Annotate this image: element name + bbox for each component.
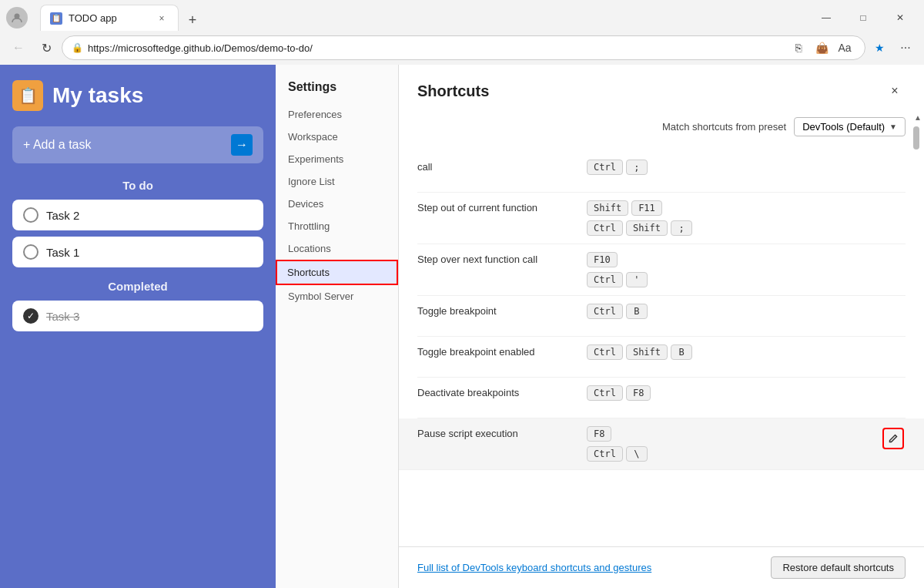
- sidebar-item-symbol-server[interactable]: Symbol Server: [276, 285, 398, 307]
- browser-chrome: 📋 TODO app × + — □ ✕ ← ↻ 🔒 https://micro…: [0, 0, 924, 65]
- todo-app-title: My tasks: [52, 83, 143, 108]
- key-backslash: \: [626, 446, 648, 462]
- key-group: Ctrl ;: [587, 160, 865, 175]
- key-f8: F8: [626, 385, 651, 401]
- list-item[interactable]: ✓ Task 3: [12, 301, 263, 331]
- back-button[interactable]: ←: [6, 35, 31, 60]
- task-checkbox-completed[interactable]: ✓: [23, 308, 38, 324]
- chevron-down-icon: ▼: [889, 123, 897, 131]
- task-name: Task 2: [46, 209, 79, 222]
- key-shift: Shift: [626, 220, 668, 236]
- tab-bar: 📋 TODO app × +: [34, 5, 209, 31]
- add-task-button[interactable]: + Add a task →: [12, 126, 263, 163]
- sidebar-item-devices[interactable]: Devices: [276, 193, 398, 215]
- minimize-button[interactable]: —: [808, 6, 844, 29]
- task-name: Task 3: [46, 310, 79, 323]
- key-ctrl: Ctrl: [587, 446, 623, 462]
- task-checkbox[interactable]: [23, 207, 38, 223]
- scrollbar-thumb[interactable]: [913, 126, 919, 150]
- scroll-up-button[interactable]: ▲: [912, 111, 924, 123]
- key-group: Ctrl \: [587, 446, 865, 462]
- close-button[interactable]: ✕: [882, 6, 918, 29]
- sidebar-item-locations[interactable]: Locations: [276, 237, 398, 260]
- shortcut-action: [881, 385, 906, 410]
- settings-title: Settings: [276, 74, 398, 103]
- settings-panel: Settings Preferences Workspace Experimen…: [276, 65, 399, 588]
- window-controls: — □ ✕: [808, 6, 918, 29]
- shortcut-keys: Ctrl B: [587, 304, 865, 319]
- tab-title: TODO app: [69, 12, 149, 24]
- shortcut-action: [881, 252, 906, 277]
- key-group: Ctrl Shift ;: [587, 220, 865, 236]
- key-shift: Shift: [626, 344, 668, 360]
- favorite-button[interactable]: ★: [869, 37, 890, 59]
- refresh-button[interactable]: ↻: [34, 35, 59, 60]
- devtools-shortcuts-link[interactable]: Full list of DevTools keyboard shortcuts…: [417, 562, 651, 573]
- key-group: Ctrl F8: [587, 385, 865, 401]
- url-bar[interactable]: 🔒 https://microsoftedge.github.io/Demos/…: [62, 35, 865, 60]
- shortcut-keys: Ctrl F8: [587, 385, 865, 401]
- active-tab[interactable]: 📋 TODO app ×: [40, 5, 179, 31]
- sidebar-item-ignore-list[interactable]: Ignore List: [276, 170, 398, 193]
- restore-defaults-button[interactable]: Restore default shortcuts: [771, 556, 906, 579]
- todo-app-icon: 📋: [12, 80, 43, 111]
- shortcut-keys: F8 Ctrl \: [587, 426, 865, 462]
- preset-value: DevTools (Default): [802, 121, 885, 133]
- shortcut-edit-action[interactable]: [881, 426, 906, 451]
- todo-sidebar: 📋 My tasks + Add a task → To do Task 2 T…: [0, 65, 276, 588]
- security-icon: 🔒: [72, 42, 83, 53]
- shortcuts-header: Shortcuts ×: [417, 80, 906, 102]
- shortcut-keys: F10 Ctrl ': [587, 252, 865, 287]
- shortcuts-panel: Shortcuts × Match shortcuts from preset …: [399, 65, 924, 588]
- key-ctrl: Ctrl: [587, 220, 623, 236]
- key-b: B: [671, 344, 692, 360]
- task-checkbox[interactable]: [23, 244, 38, 260]
- todo-section-label: To do: [12, 179, 263, 192]
- maximize-button[interactable]: □: [845, 6, 881, 29]
- close-panel-button[interactable]: ×: [884, 80, 906, 102]
- list-item[interactable]: Task 1: [12, 237, 263, 267]
- shortcut-row-step-over: Step over next function call F10 Ctrl ': [417, 244, 906, 296]
- list-item[interactable]: Task 2: [12, 200, 263, 230]
- shortcut-row-step-out: Step out of current function Shift F11 C…: [417, 193, 906, 244]
- edit-shortcut-button[interactable]: [882, 428, 904, 449]
- sidebar-item-preferences[interactable]: Preferences: [276, 103, 398, 126]
- shortcut-row-deactivate-breakpoints: Deactivate breakpoints Ctrl F8: [417, 378, 906, 418]
- profile-icon[interactable]: [6, 7, 28, 29]
- shortcut-name: Toggle breakpoint enabled: [417, 344, 571, 360]
- key-semicolon: ;: [671, 220, 692, 236]
- sidebar-item-shortcuts[interactable]: Shortcuts: [276, 260, 398, 285]
- tab-close-button[interactable]: ×: [155, 12, 169, 25]
- key-f8: F8: [587, 426, 611, 442]
- key-f10: F10: [587, 252, 618, 267]
- sidebar-item-throttling[interactable]: Throttling: [276, 215, 398, 237]
- url-text: https://microsoftedge.github.io/Demos/de…: [88, 42, 783, 54]
- key-shift: Shift: [587, 200, 628, 216]
- more-tools-button[interactable]: ···: [893, 35, 918, 60]
- shortcut-name: Step out of current function: [417, 200, 571, 216]
- key-ctrl: Ctrl: [587, 272, 623, 287]
- key-f11: F11: [631, 200, 662, 216]
- shortcut-row-toggle-breakpoint-enabled: Toggle breakpoint enabled Ctrl Shift B: [417, 337, 906, 378]
- shortcut-row-toggle-breakpoint: Toggle breakpoint Ctrl B: [417, 296, 906, 337]
- key-ctrl: Ctrl: [587, 344, 623, 360]
- sidebar-item-experiments[interactable]: Experiments: [276, 148, 398, 170]
- preset-dropdown[interactable]: DevTools (Default) ▼: [794, 117, 906, 136]
- shortcut-keys: Ctrl ;: [587, 160, 865, 175]
- shortcut-name: Deactivate breakpoints: [417, 385, 571, 401]
- shortcut-name: Step over next function call: [417, 252, 571, 267]
- shortcut-name: Toggle breakpoint: [417, 304, 571, 319]
- add-task-arrow-icon: →: [231, 134, 253, 156]
- split-icon[interactable]: ⎘: [788, 37, 809, 59]
- read-aloud-icon[interactable]: Aa: [834, 37, 855, 59]
- shortcuts-footer: Full list of DevTools keyboard shortcuts…: [399, 546, 924, 588]
- tab-favicon: 📋: [50, 12, 62, 25]
- key-group: F10: [587, 252, 865, 267]
- sidebar-item-workspace[interactable]: Workspace: [276, 126, 398, 148]
- address-bar: ← ↻ 🔒 https://microsoftedge.github.io/De…: [0, 31, 924, 65]
- wallet-icon[interactable]: 👜: [811, 37, 832, 59]
- new-tab-button[interactable]: +: [182, 9, 203, 31]
- key-ctrl: Ctrl: [587, 304, 623, 319]
- key-semicolon: ;: [626, 160, 648, 175]
- preset-label: Match shortcuts from preset: [662, 121, 786, 133]
